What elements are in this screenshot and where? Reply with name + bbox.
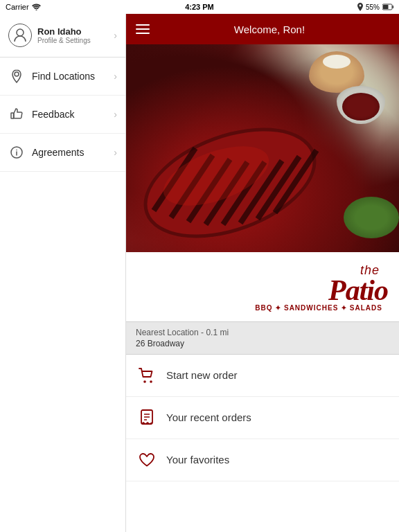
location-banner: Nearest Location - 0.1 mi 26 Broadway	[126, 321, 399, 355]
sidebar-item-find-locations[interactable]: Find Locations ›	[0, 57, 125, 96]
profile-subtitle: Profile & Settings	[37, 37, 111, 44]
battery-icon	[382, 3, 393, 10]
profile-name: Ron Idaho	[37, 26, 111, 37]
svg-point-22	[150, 380, 152, 383]
sauce-bowl-visual	[337, 86, 385, 124]
hamburger-line-3	[136, 33, 150, 34]
hero-image	[126, 44, 399, 252]
profile-chevron-icon: ›	[114, 30, 117, 41]
sidebar: Ron Idaho Profile & Settings › Find Loca…	[0, 14, 126, 532]
wifi-icon	[32, 3, 41, 10]
start-order-label: Start new order	[166, 369, 238, 381]
location-nearest-text: Nearest Location - 0.1 mi	[136, 328, 389, 337]
recent-orders-item[interactable]: Your recent orders	[126, 397, 399, 439]
svg-point-21	[143, 380, 146, 383]
start-order-item[interactable]: Start new order	[126, 355, 399, 397]
status-right: 55%	[357, 3, 393, 11]
hamburger-line-1	[136, 24, 150, 26]
svg-point-0	[35, 10, 37, 11]
favorites-label: Your favorites	[166, 454, 229, 466]
sidebar-item-feedback[interactable]: Feedback ›	[0, 96, 125, 134]
find-locations-chevron-icon: ›	[114, 71, 117, 82]
status-bar: Carrier 4:23 PM 55%	[0, 0, 399, 14]
heart-icon	[137, 450, 157, 470]
profile-item[interactable]: Ron Idaho Profile & Settings ›	[0, 14, 125, 57]
svg-point-4	[17, 29, 24, 36]
agreements-label: Agreements	[32, 147, 111, 158]
svg-point-9	[16, 150, 17, 151]
status-left: Carrier	[6, 3, 41, 11]
status-time: 4:23 PM	[185, 3, 214, 11]
nav-welcome-text: Welcome, Ron!	[150, 24, 389, 35]
location-icon	[357, 3, 363, 11]
logo-tagline-text: BBQ ✦ SANDWICHES ✦ SALADS	[255, 304, 382, 312]
logo-patio-text: Patio	[328, 278, 388, 304]
svg-point-5	[15, 72, 19, 76]
svg-rect-3	[383, 5, 389, 9]
recent-orders-label: Your recent orders	[166, 411, 251, 423]
feedback-chevron-icon: ›	[114, 109, 117, 120]
carrier-text: Carrier	[6, 3, 29, 11]
logo-area: the Patio BBQ ✦ SANDWICHES ✦ SALADS	[126, 252, 399, 321]
logo-block: the Patio BBQ ✦ SANDWICHES ✦ SALADS	[133, 263, 392, 312]
ribs-visual	[133, 86, 341, 238]
profile-text: Ron Idaho Profile & Settings	[37, 26, 111, 44]
find-locations-label: Find Locations	[32, 71, 111, 82]
location-pin-icon	[8, 68, 25, 85]
info-icon	[8, 144, 25, 161]
receipt-icon	[137, 408, 157, 427]
battery-text: 55%	[366, 3, 380, 11]
top-nav: Welcome, Ron!	[126, 14, 399, 44]
agreements-chevron-icon: ›	[114, 147, 117, 158]
favorites-item[interactable]: Your favorites	[126, 439, 399, 481]
main-content: Welcome, Ron! the	[126, 14, 399, 532]
svg-rect-6	[11, 113, 14, 118]
cart-icon	[137, 366, 157, 385]
thumbs-up-icon	[8, 106, 25, 123]
hamburger-button[interactable]	[136, 24, 150, 34]
hamburger-line-2	[136, 28, 150, 30]
action-list: Start new order Your recent orders	[126, 355, 399, 481]
svg-rect-2	[393, 6, 394, 8]
location-address-text: 26 Broadway	[136, 339, 389, 348]
sidebar-item-agreements[interactable]: Agreements ›	[0, 134, 125, 172]
salad-visual	[344, 197, 399, 238]
feedback-label: Feedback	[32, 109, 111, 120]
profile-icon	[8, 24, 32, 47]
